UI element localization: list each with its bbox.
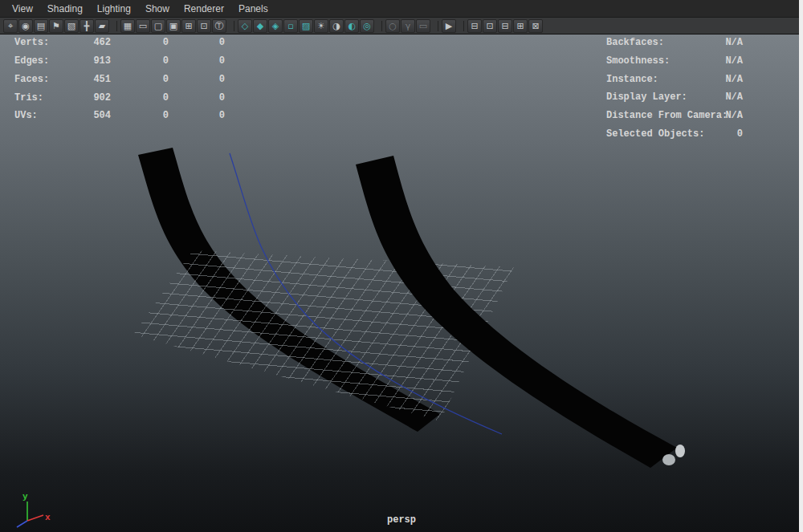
hud-value: 902	[75, 92, 111, 104]
hud-value: 0	[111, 92, 169, 104]
grid-icon[interactable]: ▦	[120, 19, 135, 33]
hud-object-details: Backfaces:N/ASmoothness:N/AInstance:N/AD…	[606, 35, 743, 144]
safe-title-icon[interactable]: Ⓣ	[212, 19, 226, 33]
hud-label: Distance From Camera:	[606, 110, 728, 121]
film-gate-icon[interactable]: ▭	[136, 19, 150, 33]
hud-label: Edges:	[14, 55, 75, 67]
view-transform-icon: ▭	[419, 22, 427, 30]
hud-row: Selected Objects:0	[606, 125, 743, 144]
menu-item-view[interactable]: View	[5, 1, 40, 17]
menu-items: ViewShadingLightingShowRendererPanels	[5, 1, 275, 17]
field-chart-icon[interactable]: ⊞	[181, 19, 196, 33]
safe-action-icon: ⊡	[200, 22, 207, 30]
resolution-gate-icon[interactable]: ▢	[151, 19, 165, 33]
hud-value: 0	[169, 55, 225, 67]
flat-shade-icon: ◈	[272, 22, 279, 30]
hud-poly-count: Verts:46200Edges:91300Faces:45100Tris:90…	[14, 35, 225, 125]
smooth-shade-icon[interactable]: ◆	[253, 19, 267, 33]
hud-value: N/A	[725, 110, 743, 121]
cursor-select-icon: ▶	[446, 22, 452, 30]
textured-icon[interactable]: ▨	[299, 19, 313, 33]
hud-value: 0	[111, 55, 169, 67]
motion-blur-icon: ◎	[363, 22, 371, 30]
menu-item-panels[interactable]: Panels	[231, 1, 275, 17]
hud-row: Distance From Camera:N/A	[606, 107, 743, 125]
perspective-viewport[interactable]: Verts:46200Edges:91300Faces:45100Tris:90…	[0, 35, 803, 532]
gate-mask-icon: ▣	[169, 22, 177, 30]
film-gate-icon: ▭	[139, 22, 147, 30]
axis-x-line	[27, 515, 43, 521]
2d-pan-zoom-icon: ╋	[84, 22, 90, 30]
use-all-lights-icon: ☀	[317, 22, 325, 30]
isolate-select-icon: ⊟	[471, 22, 478, 30]
hud-value: 913	[75, 55, 111, 67]
menu-item-shading[interactable]: Shading	[40, 1, 90, 17]
two-pane-layout-icon: ⊟	[501, 22, 508, 30]
single-pane-layout-icon: ⊡	[486, 22, 493, 30]
gate-mask-icon[interactable]: ▣	[166, 19, 181, 33]
cursor-select-icon[interactable]: ▶	[442, 19, 456, 33]
hud-row: Instance:N/A	[606, 71, 743, 89]
four-pane-layout-icon[interactable]: ⊞	[513, 19, 528, 33]
view-transform-icon[interactable]: ▭	[416, 19, 430, 33]
bookmark-icon[interactable]: ⚑	[49, 19, 63, 33]
isolate-select-icon[interactable]: ⊟	[467, 19, 482, 33]
camera-lock-icon[interactable]: ◉	[18, 19, 33, 33]
hud-label: Tris:	[14, 92, 75, 104]
hud-value: 504	[75, 110, 111, 121]
hud-value: 0	[169, 74, 225, 85]
shadows-icon[interactable]: ◑	[329, 19, 344, 33]
resolution-gate-icon: ▢	[154, 22, 162, 30]
toolbar-separator	[459, 21, 464, 31]
safe-action-icon[interactable]: ⊡	[197, 19, 211, 33]
axis-gizmo: y x	[8, 489, 56, 530]
exposure-icon[interactable]: ○	[385, 19, 400, 33]
toolbar-icons: ⌖◉▤⚑▧╋▰▦▭▢▣⊞⊡Ⓣ◇◆◈▫▨☀◑◐◎○γ▭▶⊟⊡⊟⊞⊠	[3, 19, 543, 33]
hud-value: 0	[169, 92, 225, 104]
gamma-icon: γ	[406, 22, 411, 30]
camera-lock-icon: ◉	[22, 22, 30, 30]
bounding-box-icon[interactable]: ▫	[283, 19, 298, 33]
menu-item-renderer[interactable]: Renderer	[177, 1, 231, 17]
hud-row: Tris:90200	[14, 88, 225, 107]
wireframe-icon[interactable]: ◇	[238, 19, 252, 33]
outliner-layout-icon[interactable]: ⊠	[528, 19, 543, 33]
hud-value: N/A	[725, 37, 743, 48]
hud-value: 0	[169, 110, 225, 121]
extruded-surface-right[interactable]	[356, 156, 677, 468]
select-camera-icon[interactable]: ⌖	[3, 19, 18, 33]
screen-space-ao-icon: ◐	[348, 22, 356, 30]
menu-item-show[interactable]: Show	[138, 1, 177, 17]
window-edge	[799, 0, 803, 532]
screen-space-ao-icon[interactable]: ◐	[344, 19, 359, 33]
hud-value: 0	[111, 37, 169, 48]
end-cap-blob[interactable]	[675, 445, 685, 457]
smooth-shade-icon: ◆	[257, 22, 263, 30]
single-pane-layout-icon[interactable]: ⊡	[483, 19, 497, 33]
hud-value: 0	[169, 37, 225, 48]
hud-row: UVs:50400	[14, 107, 225, 125]
hud-value: N/A	[725, 55, 743, 67]
wireframe-icon: ◇	[242, 22, 248, 30]
camera-name-label: persp	[387, 514, 416, 526]
paint-tool-icon[interactable]: ▰	[95, 19, 109, 33]
flat-shade-icon[interactable]: ◈	[268, 19, 283, 33]
hud-label: Selected Objects:	[606, 128, 704, 140]
hud-label: Display Layer:	[606, 91, 687, 103]
hud-label: Faces:	[14, 74, 75, 85]
motion-blur-icon[interactable]: ◎	[360, 19, 374, 33]
bounding-box-icon: ▫	[287, 22, 293, 30]
image-plane-icon[interactable]: ▧	[64, 19, 79, 33]
menu-item-lighting[interactable]: Lighting	[90, 1, 138, 17]
2d-pan-zoom-icon[interactable]: ╋	[79, 19, 94, 33]
gamma-icon[interactable]: γ	[401, 19, 415, 33]
field-chart-icon: ⊞	[185, 22, 192, 30]
bookmark-icon: ⚑	[52, 22, 60, 30]
grid-icon: ▦	[124, 22, 132, 30]
exposure-icon: ○	[389, 22, 397, 30]
end-cap-blob[interactable]	[662, 454, 675, 465]
hud-value: 0	[111, 74, 169, 85]
two-pane-layout-icon[interactable]: ⊟	[498, 19, 512, 33]
camera-attributes-icon[interactable]: ▤	[34, 19, 48, 33]
use-all-lights-icon[interactable]: ☀	[314, 19, 328, 33]
